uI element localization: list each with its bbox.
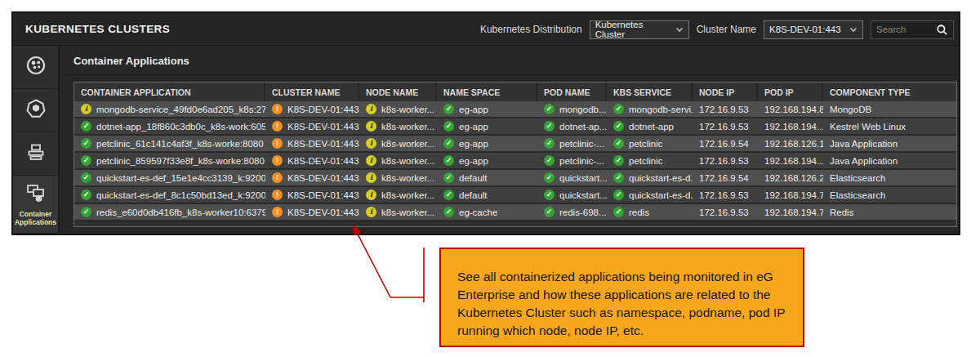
cell-text: redis (629, 208, 649, 217)
chevron-down-icon (675, 27, 684, 33)
cell-text: Java Application (830, 139, 898, 149)
status-info-icon: i (81, 104, 91, 114)
sidebar-item-container-applications[interactable]: Container Applications (13, 176, 58, 234)
cell-node_name: ik8s-worker... (359, 153, 437, 168)
sidebar-item-kubernetes-clusters[interactable] (13, 46, 58, 89)
search-box (871, 20, 954, 39)
cell-component_type: Elasticsearch (823, 187, 956, 203)
status-ok-icon: ✓ (443, 207, 454, 217)
cell-text: Java Application (830, 156, 898, 166)
column-header-pod_ip[interactable]: POD IP (758, 83, 823, 101)
cell-node_name: ik8s-worker... (359, 136, 437, 151)
cell-pod_ip: 192.168.194... (758, 118, 823, 134)
cell-node_ip: 172.16.9.54 (693, 136, 758, 151)
status-warning-icon: ! (272, 172, 283, 183)
cell-component_type: Elasticsearch (823, 170, 956, 185)
cell-pod_ip: 192.168.194... (758, 153, 823, 168)
cell-cluster_name: !K8S-DEV-01:443 (265, 153, 359, 168)
column-header-container_application[interactable]: CONTAINER APPLICATION (74, 83, 265, 101)
status-info-icon: i (366, 138, 376, 149)
cluster-name-select[interactable]: K8S-DEV-01:443 (764, 20, 863, 39)
table-row[interactable]: ✓quickstart-es-def_8c1c50bd13ed_k:9200!K… (74, 187, 956, 204)
cell-text: quickstart... (559, 190, 607, 200)
cell-text: 192.168.126.11 (764, 139, 823, 149)
status-warning-icon: ! (272, 190, 283, 200)
cell-node_ip: 172.16.9.53 (693, 101, 758, 117)
main-content: Container Applications CONTAINER APPLICA… (61, 46, 959, 234)
cell-text: K8S-DEV-01:443 (287, 122, 359, 132)
sidebar-item-infrastructure[interactable] (13, 132, 58, 176)
cell-text: petclinic-... (559, 156, 604, 166)
table-header-row: CONTAINER APPLICATIONCLUSTER NAMENODE NA… (74, 83, 956, 101)
status-ok-icon: ✓ (613, 172, 624, 183)
column-header-node_ip[interactable]: NODE IP (693, 83, 758, 101)
cell-text: eg-app (459, 105, 488, 114)
cell-text: 172.16.9.53 (699, 208, 749, 217)
cell-text: k8s-worker... (381, 208, 434, 217)
status-info-icon: i (366, 172, 376, 183)
sidebar-item-nodes[interactable] (13, 89, 58, 132)
column-header-component_type[interactable]: COMPONENT TYPE (823, 83, 956, 101)
table-row[interactable]: ✓redis_e60d0db416fb_k8s-worker10:6379!K8… (74, 204, 956, 221)
cell-pod_ip: 192.168.194.85 (758, 101, 823, 117)
cell-text: K8S-DEV-01:443 (287, 139, 359, 149)
cell-text: eg-app (459, 156, 488, 166)
cell-text: default (459, 190, 488, 200)
table-row[interactable]: ✓petclinic_859597f33e8f_k8s-worke:8080!K… (74, 153, 956, 170)
app-header: KUBERNETES CLUSTERS Kubernetes Distribut… (13, 13, 959, 46)
column-header-cluster_name[interactable]: CLUSTER NAME (265, 83, 359, 101)
node-icon (25, 98, 47, 123)
kubernetes-cluster-icon (25, 55, 47, 79)
cell-text: k8s-worker... (381, 139, 434, 149)
cell-node_name: ik8s-worker... (359, 187, 437, 203)
table-row[interactable]: imongodb-service_49fd0e6ad205_k8s:270...… (74, 101, 956, 118)
cell-pod_ip: 192.168.194.72 (758, 187, 823, 203)
cell-node_ip: 172.16.9.53 (693, 187, 758, 203)
cell-text: 192.168.126.24 (764, 173, 823, 183)
cell-container_application: imongodb-service_49fd0e6ad205_k8s:270... (74, 101, 265, 117)
cell-cluster_name: !K8S-DEV-01:443 (265, 170, 359, 185)
cell-text: petclinic (629, 156, 663, 166)
table-row[interactable]: ✓petclinic_61c141c4af3f_k8s-worke:8080!K… (74, 136, 956, 153)
cell-text: quickstart-es-def_8c1c50bd13ed_k:9200 (96, 190, 265, 200)
column-header-node_name[interactable]: NODE NAME (359, 83, 437, 101)
cell-node_name: ik8s-worker... (359, 118, 437, 134)
cell-component_type: MongoDB (823, 101, 956, 117)
cell-text: 172.16.9.53 (699, 105, 749, 114)
status-ok-icon: ✓ (443, 121, 454, 132)
status-warning-icon: ! (272, 104, 283, 114)
annotation-text: See all containerized applications being… (457, 270, 785, 337)
table-row[interactable]: ✓quickstart-es-def_15e1e4cc3139_k:9200!K… (74, 170, 956, 187)
cell-cluster_name: !K8S-DEV-01:443 (265, 204, 359, 220)
cell-text: K8S-DEV-01:443 (287, 156, 359, 166)
cell-text: petclinic (629, 139, 663, 149)
cell-pod_ip: 192.168.126.11 (758, 136, 823, 151)
status-ok-icon: ✓ (613, 190, 624, 200)
status-info-icon: i (366, 190, 376, 200)
cell-text: mongodb-servi... (629, 105, 693, 114)
column-header-pod_name[interactable]: POD NAME (537, 83, 607, 101)
column-header-kbs_service[interactable]: KBS SERVICE (607, 83, 693, 101)
status-ok-icon: ✓ (613, 121, 624, 132)
status-ok-icon: ✓ (613, 207, 624, 217)
column-header-name_space[interactable]: NAME SPACE (437, 83, 537, 101)
kubernetes-distribution-select[interactable]: Kubernetes Cluster (590, 20, 689, 39)
table-row[interactable]: ✓dotnet-app_18f860c3db0c_k8s-work:6054!K… (74, 118, 956, 136)
cell-text: K8S-DEV-01:443 (287, 173, 359, 183)
status-ok-icon: ✓ (443, 190, 454, 200)
cell-component_type: Java Application (823, 136, 956, 151)
page-title: KUBERNETES CLUSTERS (13, 23, 170, 35)
status-ok-icon: ✓ (443, 172, 454, 183)
cell-kbs_service: ✓redis (607, 204, 693, 220)
cluster-name-value: K8S-DEV-01:443 (769, 25, 841, 34)
cell-text: eg-app (459, 122, 488, 132)
search-icon[interactable] (936, 24, 948, 36)
cell-text: dotnet-ap... (559, 122, 607, 132)
status-ok-icon: ✓ (613, 155, 624, 166)
toolbar: Kubernetes Distribution Kubernetes Clust… (480, 13, 954, 46)
cell-text: dotnet-app (629, 122, 674, 132)
search-input[interactable] (876, 25, 933, 34)
chevron-down-icon (849, 27, 858, 33)
cell-container_application: ✓petclinic_61c141c4af3f_k8s-worke:8080 (74, 136, 265, 151)
cell-node_ip: 172.16.9.53 (693, 153, 758, 168)
